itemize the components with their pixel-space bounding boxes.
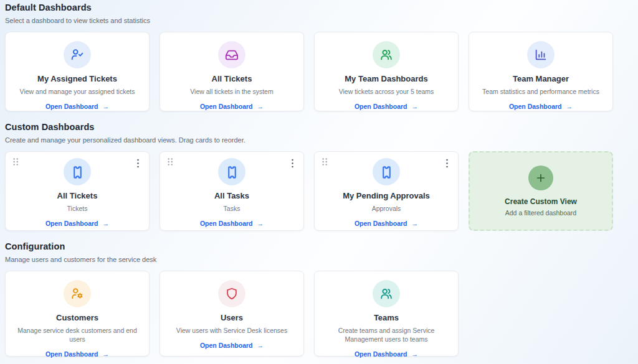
open-dashboard-link[interactable]: Open Dashboard→ <box>200 220 264 227</box>
custom-card-all-tasks[interactable]: All Tasks Tasks Open Dashboard→ <box>160 151 304 231</box>
ticket-icon <box>218 158 245 185</box>
arrow-right-icon: → <box>412 220 419 227</box>
custom-card-all-tickets[interactable]: All Tickets Tickets Open Dashboard→ <box>5 151 150 231</box>
configuration-grid: Customers Manage service desk customers … <box>5 271 613 357</box>
card-description: View users with Service Desk licenses <box>169 326 295 335</box>
config-card-users[interactable]: Users View users with Service Desk licen… <box>160 271 304 357</box>
card-description: Tickets <box>14 204 140 213</box>
drag-handle-icon[interactable] <box>12 157 19 169</box>
open-dashboard-link[interactable]: Open Dashboard→ <box>45 103 109 110</box>
arrow-right-icon: → <box>566 103 573 110</box>
arrow-right-icon: → <box>257 220 264 227</box>
section-subtitle: Select a dashboard to view tickets and s… <box>5 17 613 24</box>
users-icon <box>373 280 400 307</box>
arrow-right-icon: → <box>103 103 110 110</box>
section-subtitle: Manage users and customers for the servi… <box>5 256 613 263</box>
open-dashboard-link[interactable]: Open Dashboard→ <box>45 350 109 358</box>
arrow-right-icon: → <box>257 103 264 110</box>
arrow-right-icon: → <box>103 350 110 358</box>
card-title: My Pending Approvals <box>315 191 458 200</box>
card-title: All Tasks <box>160 191 303 200</box>
card-description: View and manage your assigned tickets <box>14 87 140 96</box>
arrow-right-icon: → <box>103 220 110 227</box>
section-subtitle: Create and manage your personalized dash… <box>5 136 613 144</box>
card-title: My Team Dashboards <box>315 74 458 83</box>
empty-grid-cell <box>469 271 613 357</box>
plus-icon <box>528 166 553 190</box>
section-title: Custom Dashboards <box>5 122 613 132</box>
card-title: All Tickets <box>6 191 149 200</box>
dashboard-card-team-manager[interactable]: Team Manager Team statistics and perform… <box>469 32 613 111</box>
card-description: View tickets across your 5 teams <box>323 87 449 96</box>
section-title: Configuration <box>5 241 613 251</box>
card-description: Create teams and assign Service Manageme… <box>323 326 449 343</box>
arrow-right-icon: → <box>412 350 419 358</box>
shield-icon <box>218 280 245 307</box>
open-dashboard-link[interactable]: Open Dashboard→ <box>45 220 109 227</box>
card-title: All Tickets <box>160 74 303 83</box>
kebab-menu-icon[interactable] <box>287 157 298 172</box>
dashboards-page: Default Dashboards Select a dashboard to… <box>0 0 638 357</box>
dashboard-card-my-team-dashboards[interactable]: My Team Dashboards View tickets across y… <box>314 32 459 111</box>
ticket-icon <box>64 158 91 185</box>
card-title: Users <box>160 313 303 322</box>
bar-chart-icon <box>527 41 555 68</box>
drag-handle-icon[interactable] <box>321 157 328 169</box>
config-card-customers[interactable]: Customers Manage service desk customers … <box>5 271 150 357</box>
custom-dashboards-grid: All Tickets Tickets Open Dashboard→ All … <box>5 151 613 231</box>
card-description: Tasks <box>169 204 295 213</box>
card-description: Team statistics and performance metrics <box>478 87 604 96</box>
dashboard-card-all-tickets[interactable]: All Tickets View all tickets in the syst… <box>160 32 304 111</box>
card-title: My Assigned Tickets <box>6 74 149 83</box>
ticket-icon <box>373 158 400 185</box>
kebab-menu-icon[interactable] <box>442 157 452 172</box>
drag-handle-icon[interactable] <box>166 157 174 169</box>
section-title: Default Dashboards <box>5 2 613 12</box>
card-description: View all tickets in the system <box>169 87 295 96</box>
section-custom-dashboards: Custom Dashboards Create and manage your… <box>5 122 613 231</box>
dashboard-card-my-assigned-tickets[interactable]: My Assigned Tickets View and manage your… <box>5 32 150 111</box>
create-custom-view-card[interactable]: Create Custom View Add a filtered dashbo… <box>469 151 613 231</box>
open-dashboard-link[interactable]: Open Dashboard→ <box>200 103 264 110</box>
create-card-title: Create Custom View <box>505 197 577 206</box>
open-dashboard-link[interactable]: Open Dashboard→ <box>355 220 418 227</box>
open-dashboard-link[interactable]: Open Dashboard→ <box>509 103 573 110</box>
section-configuration: Configuration Manage users and customers… <box>5 241 613 357</box>
section-default-dashboards: Default Dashboards Select a dashboard to… <box>5 2 613 111</box>
arrow-right-icon: → <box>257 342 264 349</box>
arrow-right-icon: → <box>412 103 419 110</box>
card-description: Approvals <box>323 204 449 213</box>
custom-card-my-pending-approvals[interactable]: My Pending Approvals Approvals Open Dash… <box>314 151 459 231</box>
user-check-icon <box>64 41 91 68</box>
create-card-subtitle: Add a filtered dashboard <box>505 209 576 217</box>
open-dashboard-link[interactable]: Open Dashboard→ <box>355 103 418 110</box>
card-title: Team Manager <box>469 74 612 83</box>
card-description: Manage service desk customers and end us… <box>14 326 140 343</box>
kebab-menu-icon[interactable] <box>133 157 143 172</box>
inbox-icon <box>218 41 245 68</box>
open-dashboard-link[interactable]: Open Dashboard→ <box>355 350 418 358</box>
card-title: Customers <box>6 313 149 322</box>
card-title: Teams <box>315 313 458 322</box>
default-dashboards-grid: My Assigned Tickets View and manage your… <box>5 32 613 111</box>
users-icon <box>373 41 400 68</box>
config-card-teams[interactable]: Teams Create teams and assign Service Ma… <box>314 271 459 357</box>
open-dashboard-link[interactable]: Open Dashboard→ <box>200 342 264 349</box>
user-gear-icon <box>64 280 91 307</box>
